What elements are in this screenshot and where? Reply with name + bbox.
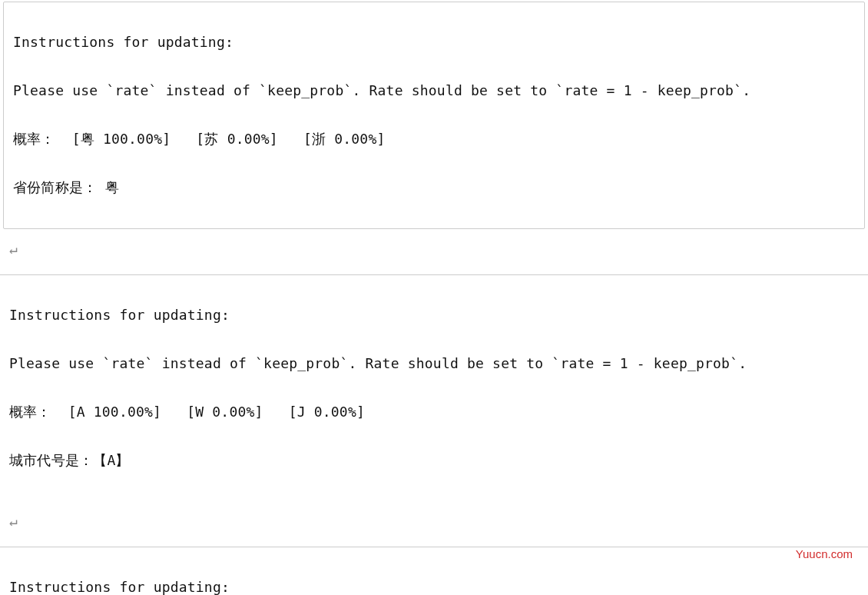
watermark: Yuucn.com	[796, 544, 853, 564]
output-block-3: Instructions for updating: Please use `r…	[0, 547, 868, 595]
instruction-line: Instructions for updating:	[9, 575, 859, 596]
output-block-1: Instructions for updating: Please use `r…	[3, 2, 865, 229]
probability-line: 概率： [粤 100.00%] [苏 0.00%] [浙 0.00%]	[13, 127, 855, 151]
output-block-2: Instructions for updating: Please use `r…	[0, 274, 868, 501]
result-line: 城市代号是：【A】	[9, 448, 859, 473]
instruction-line: Instructions for updating:	[9, 303, 859, 327]
result-line: 省份简称是： 粤	[13, 175, 855, 200]
instruction-line: Please use `rate` instead of `keep_prob`…	[9, 351, 859, 376]
return-glyph: ↵	[0, 237, 868, 261]
instruction-line: Please use `rate` instead of `keep_prob`…	[13, 78, 855, 103]
return-glyph: ↵	[0, 509, 868, 534]
probability-line: 概率： [A 100.00%] [W 0.00%] [J 0.00%]	[9, 400, 859, 424]
instruction-line: Instructions for updating:	[13, 30, 855, 55]
